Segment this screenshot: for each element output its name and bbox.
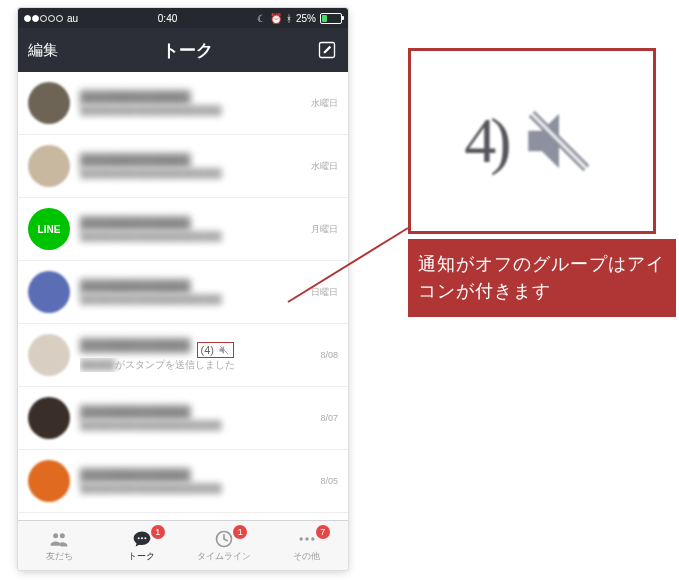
chat-timestamp: 8/07 [314, 413, 338, 423]
tab-label: トーク [128, 550, 155, 563]
signal-dots [24, 15, 63, 22]
mute-icon [518, 100, 600, 182]
chat-row[interactable]: ████████████████████████████████日曜日 [18, 261, 348, 324]
battery-percent-label: 25% [296, 13, 316, 24]
chat-preview: ████████████████████ [80, 168, 305, 179]
chat-timestamp: 日曜日 [305, 286, 338, 299]
svg-point-8 [311, 537, 314, 540]
do-not-disturb-icon: ☾ [257, 13, 266, 24]
svg-point-3 [141, 537, 143, 539]
avatar [28, 334, 70, 376]
phone-screenshot: au 0:40 ☾ ⏰ ᚼ 25% 編集 トーク ███████████████… [18, 8, 348, 570]
svg-point-4 [144, 537, 146, 539]
chat-preview: ████████████████████ [80, 231, 305, 242]
mute-indicator: (4) [197, 342, 234, 358]
chat-preview: ████████████████████ [80, 294, 305, 305]
chat-timestamp: 8/05 [314, 476, 338, 486]
battery-icon [320, 13, 342, 24]
avatar: LINE [28, 208, 70, 250]
alarm-icon: ⏰ [270, 13, 282, 24]
status-bar: au 0:40 ☾ ⏰ ᚼ 25% [18, 8, 348, 28]
chat-list[interactable]: ████████████████████████████████水曜日█████… [18, 72, 348, 521]
tab-label: タイムライン [197, 550, 251, 563]
avatar [28, 145, 70, 187]
chat-row[interactable]: ████████████████████████████████水曜日 [18, 135, 348, 198]
chat-name: ████████████ [80, 338, 191, 353]
chat-preview: ████████████████████ [80, 420, 314, 431]
tab-timeline[interactable]: タイムライン1 [183, 521, 266, 570]
callout-zoom-box: 4) [408, 48, 656, 234]
tab-friends[interactable]: 友だち [18, 521, 101, 570]
clock-label: 0:40 [158, 13, 177, 24]
page-title: トーク [162, 39, 213, 62]
edit-button[interactable]: 編集 [28, 41, 58, 60]
chat-name: ████████████ [80, 90, 305, 105]
chat-row[interactable]: ████████████████████████████████水曜日 [18, 72, 348, 135]
tab-badge: 1 [151, 525, 165, 539]
tab-label: その他 [293, 550, 320, 563]
chat-preview: █████がスタンプを送信しました [80, 358, 314, 372]
chat-name: ████████████ [80, 153, 305, 168]
chat-timestamp: 8/08 [314, 350, 338, 360]
chat-timestamp: 水曜日 [305, 160, 338, 173]
chat-row[interactable]: LINE████████████████████████████████月曜日 [18, 198, 348, 261]
chat-name: ████████████ [80, 216, 305, 231]
chat-row[interactable]: ████████████████████████████████8/07 [18, 387, 348, 450]
compose-button[interactable] [316, 39, 338, 61]
nav-bar: 編集 トーク [18, 28, 348, 72]
chat-preview: ████████████████████ [80, 105, 305, 116]
avatar [28, 271, 70, 313]
chat-timestamp: 水曜日 [305, 97, 338, 110]
tab-more[interactable]: その他7 [266, 521, 349, 570]
tab-talk[interactable]: トーク1 [101, 521, 184, 570]
avatar [28, 460, 70, 502]
chat-timestamp: 月曜日 [305, 223, 338, 236]
member-count: (4) [201, 344, 214, 356]
avatar [28, 82, 70, 124]
member-count-text: 4) [464, 104, 505, 178]
bluetooth-icon: ᚼ [286, 13, 292, 24]
carrier-label: au [67, 13, 78, 24]
callout-caption: 通知がオフのグループはアイコンが付きます [408, 239, 676, 317]
svg-point-6 [299, 537, 302, 540]
chat-row[interactable]: ████████████████████████████████8/05 [18, 450, 348, 513]
chat-name: ████████████ [80, 279, 305, 294]
avatar [28, 397, 70, 439]
chat-row[interactable]: ████████████(4)█████がスタンプを送信しました8/08 [18, 324, 348, 387]
mute-icon [218, 344, 230, 356]
tab-bar: 友だちトーク1タイムライン1その他7 [18, 520, 348, 570]
chat-name: ████████████ [80, 405, 314, 420]
tab-badge: 7 [316, 525, 330, 539]
svg-point-2 [137, 537, 139, 539]
svg-point-7 [305, 537, 308, 540]
tab-badge: 1 [233, 525, 247, 539]
tab-friends-icon [47, 528, 71, 550]
chat-name: ████████████ [80, 468, 314, 483]
chat-preview: ████████████████████ [80, 483, 314, 494]
tab-label: 友だち [46, 550, 73, 563]
